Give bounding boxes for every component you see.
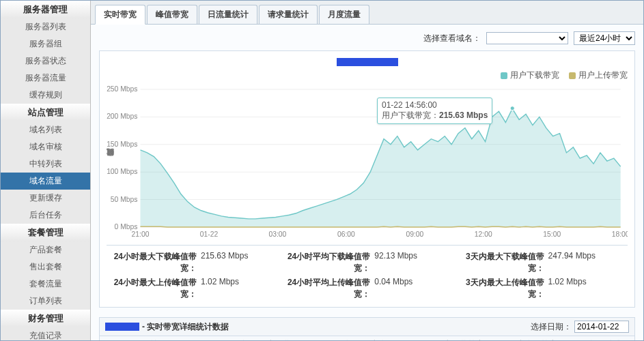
stat-item: 24小时最大上传峰值带宽：1.02 Mbps xyxy=(107,276,280,301)
svg-text:150 Mbps: 150 Mbps xyxy=(107,140,137,148)
stat-item: 3天内最大上传峰值带宽：1.02 Mbps xyxy=(454,276,628,301)
sidebar-item[interactable]: 产品套餐 xyxy=(1,241,90,258)
tab[interactable]: 日流量统计 xyxy=(199,5,257,24)
svg-text:21:00: 21:00 xyxy=(132,231,150,238)
chart-title xyxy=(107,58,628,68)
sidebar-item[interactable]: 更新缓存 xyxy=(1,190,90,207)
sidebar-item[interactable]: 服务器状态 xyxy=(1,53,90,70)
tab[interactable]: 峰值带宽 xyxy=(147,5,197,24)
svg-text:03:00: 03:00 xyxy=(269,231,287,238)
sidebar-item[interactable]: 充值记录 xyxy=(1,327,90,340)
stat-item: 3天内最大下载峰值带宽：247.94 Mbps xyxy=(454,250,628,276)
tab[interactable]: 实时带宽 xyxy=(95,5,145,25)
sidebar-group-title: 服务器管理 xyxy=(1,1,90,18)
svg-text:06:00: 06:00 xyxy=(337,231,355,238)
domain-select-label: 选择查看域名： xyxy=(423,33,481,44)
table-header: 用户下载带宽 xyxy=(415,336,488,340)
sidebar-item[interactable]: 中转列表 xyxy=(1,155,90,173)
legend-download: 用户下载带宽 xyxy=(501,70,559,81)
table-header: 每间隔请求量 xyxy=(561,336,634,340)
svg-text:250 Mbps: 250 Mbps xyxy=(107,85,137,93)
sidebar-group-title: 站点管理 xyxy=(1,104,90,121)
range-select[interactable]: 最近24小时 xyxy=(574,31,635,45)
detail-table-box: - 实时带宽详细统计数据 选择日期： 时间每间隔用户下载数据每间隔用户上传数据用… xyxy=(99,317,635,340)
sidebar-item[interactable]: 服务器流量 xyxy=(1,70,90,87)
chart-legend: 用户下载带宽 用户上传带宽 xyxy=(107,70,628,81)
sidebar-item[interactable]: 域名审核 xyxy=(1,138,90,155)
chart-filter-row: 选择查看域名： 最近24小时 xyxy=(99,31,635,45)
domain-select[interactable] xyxy=(486,32,568,44)
svg-text:12:00: 12:00 xyxy=(475,231,492,238)
tab[interactable]: 请求量统计 xyxy=(259,5,318,24)
svg-text:0 Mbps: 0 Mbps xyxy=(115,223,138,231)
sidebar-item[interactable]: 套餐流量 xyxy=(1,276,90,293)
sidebar-item[interactable]: 订单列表 xyxy=(1,293,90,310)
main-panel: 实时带宽峰值带宽日流量统计请求量统计月度流量 选择查看域名： 最近24小时 用户… xyxy=(91,1,643,340)
panel-content: 选择查看域名： 最近24小时 用户下载带宽 用户上传带宽 域名实时数据统计 0 … xyxy=(91,25,643,340)
table-header: 每间隔用户上传数据 xyxy=(311,336,416,340)
detail-header: - 实时带宽详细统计数据 选择日期： xyxy=(100,318,634,336)
svg-text:100 Mbps: 100 Mbps xyxy=(107,168,137,175)
svg-point-20 xyxy=(510,106,514,110)
svg-text:18:00: 18:00 xyxy=(612,231,628,238)
date-label: 选择日期： xyxy=(531,321,572,333)
sidebar-item[interactable]: 服务器列表 xyxy=(1,18,90,35)
sidebar-item[interactable]: 域名列表 xyxy=(1,121,90,138)
svg-text:200 Mbps: 200 Mbps xyxy=(107,113,137,121)
stat-item: 24小时最大下载峰值带宽：215.63 Mbps xyxy=(107,250,280,276)
tab-bar: 实时带宽峰值带宽日流量统计请求量统计月度流量 xyxy=(91,1,643,25)
sidebar-group-title: 财务管理 xyxy=(1,310,90,327)
chart-stats: 24小时最大下载峰值带宽：215.63 Mbps24小时平均下载峰值带宽：92.… xyxy=(107,245,628,301)
svg-text:09:00: 09:00 xyxy=(406,231,423,238)
sidebar: 服务器管理服务器列表服务器组服务器状态服务器流量缓存规则站点管理域名列表域名审核… xyxy=(1,1,91,340)
detail-table: 时间每间隔用户下载数据每间隔用户上传数据用户下载带宽用户上传带宽每间隔请求量 2… xyxy=(100,336,634,340)
detail-title: - 实时带宽详细统计数据 xyxy=(142,321,229,333)
sidebar-group-title: 套餐管理 xyxy=(1,224,90,241)
table-header: 每间隔用户下载数据 xyxy=(207,336,311,340)
stat-item: 24小时平均下载峰值带宽：92.13 Mbps xyxy=(280,250,453,276)
chart-container: 用户下载带宽 用户上传带宽 域名实时数据统计 0 Mbps50 Mbps100 … xyxy=(99,50,635,308)
table-header: 用户上传带宽 xyxy=(488,336,561,340)
svg-text:01-22: 01-22 xyxy=(200,231,219,238)
date-input[interactable] xyxy=(574,321,629,333)
table-header: 时间 xyxy=(100,336,207,340)
chart-tooltip: 01-22 14:56:00 用户下载带宽：215.63 Mbps xyxy=(377,98,492,124)
sidebar-item[interactable]: 缓存规则 xyxy=(1,87,90,104)
svg-text:15:00: 15:00 xyxy=(543,231,561,238)
detail-domain xyxy=(105,323,139,331)
sidebar-item[interactable]: 域名流量 xyxy=(1,173,90,190)
svg-text:50 Mbps: 50 Mbps xyxy=(111,196,137,203)
sidebar-item[interactable]: 售出套餐 xyxy=(1,258,90,276)
sidebar-item[interactable]: 服务器组 xyxy=(1,35,90,53)
stat-item: 24小时平均上传峰值带宽：0.04 Mbps xyxy=(280,276,453,301)
legend-upload: 用户上传带宽 xyxy=(569,70,628,81)
tab[interactable]: 月度流量 xyxy=(319,5,369,24)
bandwidth-chart[interactable]: 域名实时数据统计 0 Mbps50 Mbps100 Mbps150 Mbps20… xyxy=(107,84,628,241)
sidebar-item[interactable]: 后台任务 xyxy=(1,207,90,224)
